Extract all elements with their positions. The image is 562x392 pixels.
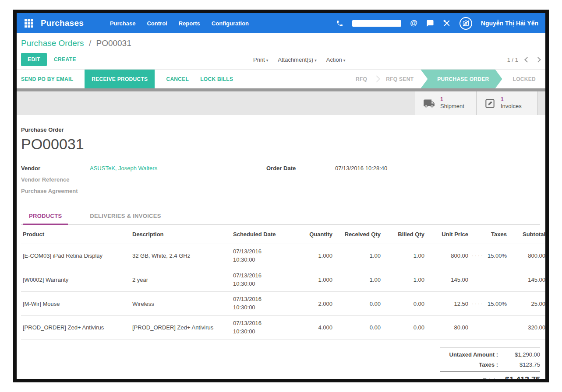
cell-subtotal: 145.00 [509,268,547,292]
cell-taxes: 15.00% [470,292,509,316]
cell-subtotal: 800.00 [509,244,547,268]
col-billed-qty[interactable]: Billed Qty [382,226,426,244]
field-groups: Vendor ASUSTeK, Joseph Walters Vendor Re… [21,165,540,194]
state-locked[interactable]: LOCKED [513,76,536,82]
state-purchase-order-active[interactable]: PURCHASE ORDER [421,70,502,88]
invoices-stat-button[interactable]: 1 Invoices [476,91,537,115]
col-scheduled-date[interactable]: Scheduled Date [231,226,293,244]
tab-deliveries-invoices[interactable]: DELIVERIES & INVOICES [84,213,167,224]
cell-unit-price: 80.00 [426,316,470,340]
chevron-down-icon: ▾ [266,58,269,63]
record-buttons: EDIT CREATE [21,53,205,66]
col-product[interactable]: Product [21,226,131,244]
vendor-value[interactable]: ASUSTeK, Joseph Walters [90,165,266,172]
edit-square-icon [484,98,495,109]
untaxed-amount-label: Untaxed Amount : [440,351,498,358]
app-window: Purchases Purchase Control Reports Confi… [13,10,549,382]
cell-billed-qty: 1.00 [382,244,426,268]
vendor-reference-label: Vendor Reference [21,176,90,183]
user-name[interactable]: Nguyễn Thị Hải Yến [481,20,538,27]
table-row[interactable]: [E-COM03] iPad Retina Display 32 GB, Whi… [21,244,547,268]
user-avatar-icon[interactable] [459,17,472,30]
print-dropdown[interactable]: Print▾ [253,56,268,63]
tools-icon[interactable] [443,19,451,27]
pager: 1 / 1 [507,56,540,63]
chat-bubble-icon[interactable] [426,19,434,27]
app-title[interactable]: Purchases [41,18,84,28]
top-navbar: Purchases Purchase Control Reports Confi… [17,13,545,33]
tab-products[interactable]: PRODUCTS [23,213,68,225]
col-received-qty[interactable]: Received Qty [334,226,382,244]
cell-subtotal: 320.00 [509,316,547,340]
cell-taxes: 15.00% [470,244,509,268]
cell-quantity: 2.000 [293,292,334,316]
menu-control[interactable]: Control [147,20,167,27]
menu-purchase[interactable]: Purchase [110,20,136,27]
cell-description: 32 GB, White, 2.4 GHz [131,244,231,268]
edit-button[interactable]: EDIT [21,53,47,66]
state-rfq[interactable]: RFQ [356,76,367,82]
chevron-down-icon: ▾ [315,58,317,63]
cell-billed-qty: 0.00 [382,316,426,340]
purchase-agreement-label: Purchase Agreement [21,188,90,194]
mentions-icon[interactable]: @ [410,19,417,28]
order-date-label: Order Date [266,165,335,172]
left-field-group: Vendor ASUSTeK, Joseph Walters Vendor Re… [21,165,266,194]
cell-quantity: 4.000 [293,316,334,340]
vendor-label: Vendor [21,165,90,172]
tax-tags-dots [472,252,484,259]
progress-bar[interactable] [352,20,401,27]
cell-taxes [470,316,509,340]
state-rfq-sent[interactable]: RFQ SENT [386,76,414,82]
untaxed-amount-value: $1,290.00 [498,351,540,358]
table-row[interactable]: [M-Wir] Mouse Wireless 07/13/2016 10:30:… [21,292,547,316]
totals-section: Untaxed Amount : $1,290.00 Taxes : $123.… [21,347,540,382]
menu-configuration[interactable]: Configuration [212,20,249,27]
action-dropdowns: Print▾ Attachment(s)▾ Action▾ [253,56,345,63]
cell-product: [E-COM03] iPad Retina Display [21,244,131,268]
pager-previous-icon[interactable] [524,57,530,63]
lock-bills-button[interactable]: LOCK BILLS [200,76,233,82]
total-label: Total : [440,377,498,382]
sheet-label: Purchase Order [21,126,540,133]
truck-icon [423,98,435,109]
cell-unit-price: 145.00 [426,268,470,292]
cell-product: [PROD_ORDER] Zed+ Antivirus [21,316,131,340]
receive-products-button[interactable]: RECEIVE PRODUCTS [85,70,155,88]
breadcrumb-purchase-orders[interactable]: Purchase Orders [21,38,84,48]
col-taxes[interactable]: Taxes [470,226,509,244]
breadcrumb-current: PO00031 [96,38,131,48]
table-row[interactable]: [PROD_ORDER] Zed+ Antivirus [PROD_ORDER]… [21,316,547,340]
pager-value: 1 / 1 [507,56,518,63]
form-sheet: Purchase Order PO00031 Vendor ASUSTeK, J… [17,115,545,382]
phone-icon[interactable] [336,19,343,27]
create-button[interactable]: CREATE [54,56,76,63]
menu-reports[interactable]: Reports [179,20,200,27]
tax-tags-dots [472,301,484,307]
col-quantity[interactable]: Quantity [293,226,334,244]
cell-billed-qty: 0.00 [382,292,426,316]
invoices-label: Invoices [501,103,522,110]
action-dropdown[interactable]: Action▾ [326,56,346,63]
total-value: $1,413.75 [498,375,540,382]
main-menus: Purchase Control Reports Configuration [110,20,249,27]
cell-received-qty: 1.00 [334,244,382,268]
breadcrumb: Purchase Orders / PO00031 [21,38,540,48]
col-unit-price[interactable]: Unit Price [426,226,470,244]
table-row[interactable]: [W0002] Warranty 2 year 07/13/2016 10:30… [21,268,547,292]
pager-next-icon[interactable] [535,57,541,63]
control-panel-buttons-row: EDIT CREATE Print▾ Attachment(s)▾ Action… [21,50,540,69]
statusbar: SEND PO BY EMAIL RECEIVE PRODUCTS CANCEL… [17,69,545,88]
shipment-label: Shipment [440,103,464,110]
invoices-count: 1 [501,96,522,103]
apps-grid-icon[interactable] [25,19,33,28]
attachments-dropdown[interactable]: Attachment(s)▾ [278,56,316,63]
send-po-by-email-button[interactable]: SEND PO BY EMAIL [21,76,73,82]
cell-received-qty: 0.00 [334,316,382,340]
cell-description: Wireless [131,292,231,316]
col-description[interactable]: Description [131,226,231,244]
col-subtotal[interactable]: Subtotal [509,226,547,244]
cancel-button[interactable]: CANCEL [166,76,189,82]
order-date-value[interactable]: 07/13/2016 10:28:40 [335,165,387,172]
shipment-stat-button[interactable]: 1 Shipment [415,91,476,115]
